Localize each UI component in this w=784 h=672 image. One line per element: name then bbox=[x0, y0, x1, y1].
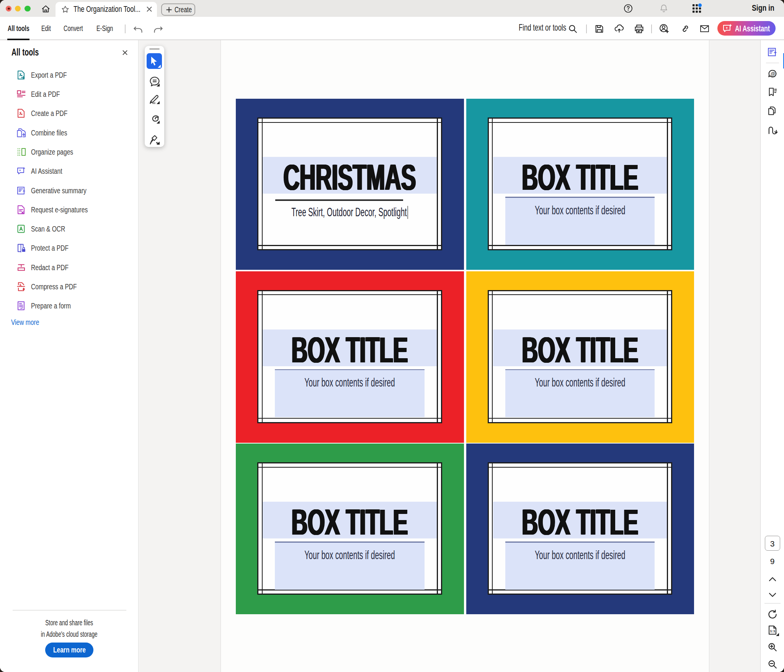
svg-text:@: @ bbox=[770, 71, 775, 77]
svg-text:1:1: 1:1 bbox=[770, 629, 775, 633]
